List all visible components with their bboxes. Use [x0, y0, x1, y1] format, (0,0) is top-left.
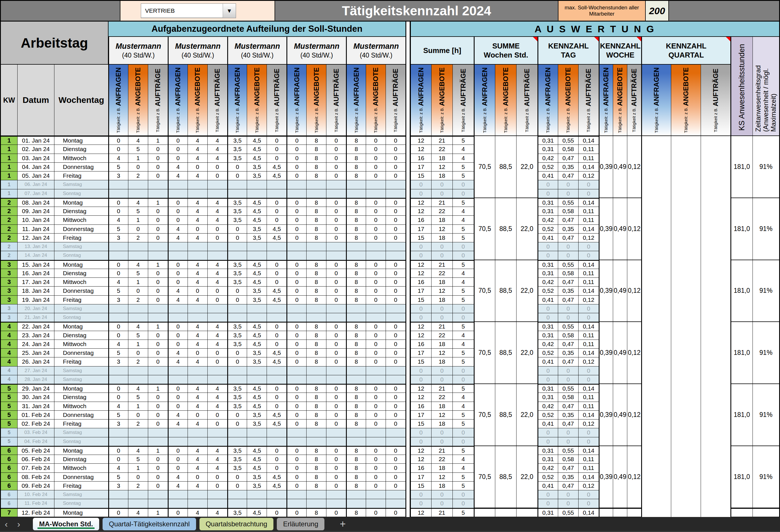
- cell-emp-value[interactable]: 0: [148, 145, 168, 154]
- cell-emp-value[interactable]: [148, 428, 168, 437]
- cell-kennzahl-tag[interactable]: 0: [579, 437, 599, 446]
- cell-emp-value[interactable]: [168, 367, 188, 375]
- cell-emp-value[interactable]: 0: [287, 357, 306, 366]
- cell-emp-value[interactable]: 0: [326, 216, 346, 225]
- cell-kennzahl-tag[interactable]: 0,11: [579, 340, 599, 349]
- cell-emp-value[interactable]: 0: [148, 482, 168, 490]
- cell-emp-value[interactable]: 8: [306, 278, 326, 287]
- cell-emp-value[interactable]: [108, 242, 128, 251]
- cell-kennzahl-tag[interactable]: 0: [538, 304, 558, 313]
- cell-emp-value[interactable]: 0: [326, 172, 346, 180]
- cell-date[interactable]: 21. Jan 24: [17, 313, 54, 322]
- cell-emp-value[interactable]: 8: [346, 198, 366, 207]
- cell-emp-value[interactable]: [128, 304, 148, 313]
- cell-emp-value[interactable]: 5: [108, 349, 128, 357]
- cell-day[interactable]: Freitag: [54, 234, 108, 242]
- cell-emp-value[interactable]: [168, 428, 188, 437]
- cell-emp-value[interactable]: 3,5: [228, 393, 247, 402]
- cell-kennzahl-tag[interactable]: 0: [538, 251, 558, 260]
- cell-emp-value[interactable]: 5: [128, 145, 148, 154]
- cell-summe[interactable]: 5: [453, 349, 474, 357]
- cell-date[interactable]: 03. Feb 24: [17, 428, 54, 437]
- cell-emp-value[interactable]: 4,5: [247, 446, 267, 455]
- cell-summe[interactable]: 5: [453, 287, 474, 295]
- cell-emp-value[interactable]: 1: [148, 260, 168, 269]
- cell-emp-value[interactable]: 4: [128, 384, 148, 393]
- cell-emp-value[interactable]: 3,5: [247, 163, 267, 172]
- cell-emp-value[interactable]: 4: [188, 216, 208, 225]
- cell-summe[interactable]: 0: [432, 437, 453, 446]
- cell-kw[interactable]: 2: [0, 242, 17, 251]
- week-summe-wochen[interactable]: 88,5: [495, 136, 517, 198]
- cell-kw[interactable]: 3: [0, 269, 17, 278]
- cell-summe[interactable]: 12: [410, 393, 432, 402]
- cell-emp-value[interactable]: 0: [267, 198, 287, 207]
- cell-kennzahl-tag[interactable]: 0,55: [558, 136, 579, 145]
- week-summe-wochen[interactable]: [474, 508, 495, 517]
- cell-emp-value[interactable]: 0: [168, 508, 188, 517]
- cell-emp-value[interactable]: 0: [267, 340, 287, 349]
- cell-emp-value[interactable]: 0: [386, 340, 406, 349]
- cell-summe[interactable]: 0: [453, 437, 474, 446]
- cell-emp-value[interactable]: 8: [346, 234, 366, 242]
- cell-emp-value[interactable]: 8: [306, 296, 326, 304]
- cell-emp-value[interactable]: 1: [128, 340, 148, 349]
- cell-emp-value[interactable]: 0: [366, 225, 386, 234]
- cell-emp-value[interactable]: 0: [287, 278, 306, 287]
- cell-emp-value[interactable]: 0: [366, 296, 386, 304]
- cell-emp-value[interactable]: [128, 313, 148, 322]
- cell-emp-value[interactable]: 4: [208, 402, 228, 411]
- week-ks-stunden[interactable]: 181,0: [731, 446, 753, 508]
- week-ks-stunden[interactable]: 181,0: [731, 322, 753, 384]
- cell-summe[interactable]: 5: [453, 172, 474, 180]
- cell-day[interactable]: Montag: [54, 198, 108, 207]
- cell-emp-value[interactable]: 0: [148, 225, 168, 234]
- cell-emp-value[interactable]: 0: [326, 163, 346, 172]
- cell-emp-value[interactable]: [247, 375, 267, 384]
- cell-kennzahl-tag[interactable]: 0,35: [558, 349, 579, 357]
- cell-emp-value[interactable]: [247, 367, 267, 375]
- cell-emp-value[interactable]: [188, 367, 208, 375]
- cell-emp-value[interactable]: 4: [208, 393, 228, 402]
- cell-emp-value[interactable]: 4,5: [247, 278, 267, 287]
- cell-emp-value[interactable]: 0: [326, 349, 346, 357]
- cell-emp-value[interactable]: 0: [267, 331, 287, 340]
- cell-kennzahl-tag[interactable]: 0,35: [558, 163, 579, 172]
- cell-summe[interactable]: 17: [410, 163, 432, 172]
- cell-emp-value[interactable]: 0: [148, 331, 168, 340]
- cell-emp-value[interactable]: 0: [386, 508, 406, 517]
- cell-emp-value[interactable]: 3,5: [228, 508, 247, 517]
- cell-emp-value[interactable]: 0: [386, 154, 406, 163]
- cell-emp-value[interactable]: [208, 437, 228, 446]
- cell-emp-value[interactable]: [326, 375, 346, 384]
- cell-summe[interactable]: 0: [410, 189, 432, 198]
- cell-emp-value[interactable]: [247, 304, 267, 313]
- cell-kennzahl-tag[interactable]: 0,42: [538, 216, 558, 225]
- cell-emp-value[interactable]: [267, 180, 287, 189]
- cell-emp-value[interactable]: [148, 313, 168, 322]
- cell-summe[interactable]: 5: [453, 473, 474, 482]
- cell-emp-value[interactable]: 4: [188, 384, 208, 393]
- cell-summe[interactable]: 22: [432, 455, 453, 464]
- week-ks-stunden[interactable]: [731, 508, 753, 517]
- cell-emp-value[interactable]: 0: [267, 508, 287, 517]
- cell-kw[interactable]: 4: [0, 349, 17, 357]
- cell-emp-value[interactable]: 0: [168, 278, 188, 287]
- cell-emp-value[interactable]: 1: [148, 384, 168, 393]
- cell-emp-value[interactable]: 0: [208, 234, 228, 242]
- cell-emp-value[interactable]: 0: [287, 296, 306, 304]
- cell-emp-value[interactable]: 0: [148, 340, 168, 349]
- cell-emp-value[interactable]: 0: [208, 420, 228, 428]
- cell-emp-value[interactable]: 0: [287, 384, 306, 393]
- cell-emp-value[interactable]: [148, 490, 168, 499]
- cell-emp-value[interactable]: 0: [168, 340, 188, 349]
- cell-emp-value[interactable]: 0: [168, 198, 188, 207]
- cell-emp-value[interactable]: [386, 437, 406, 446]
- cell-summe[interactable]: 0: [432, 375, 453, 384]
- cell-emp-value[interactable]: 8: [346, 225, 366, 234]
- cell-emp-value[interactable]: [366, 428, 386, 437]
- week-summe-wochen[interactable]: 22,0: [517, 260, 538, 322]
- week-kennzahl-woche[interactable]: 0,49: [613, 198, 627, 260]
- cell-emp-value[interactable]: 8: [306, 464, 326, 473]
- cell-emp-value[interactable]: [228, 180, 247, 189]
